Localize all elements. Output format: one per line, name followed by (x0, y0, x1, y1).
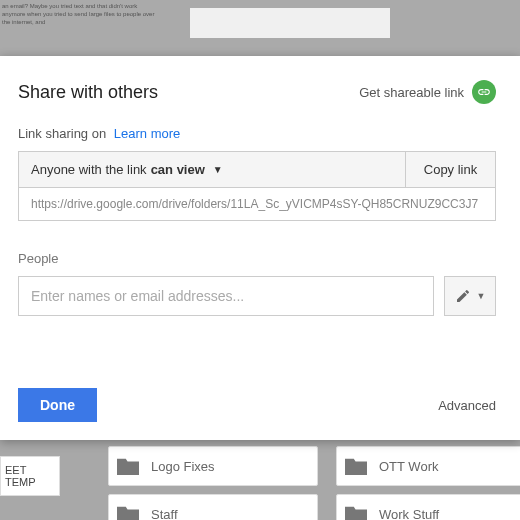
share-modal: Share with others Get shareable link Lin… (0, 56, 520, 440)
modal-header: Share with others Get shareable link (18, 80, 496, 104)
people-label: People (18, 251, 496, 266)
backdrop-bottom: Logo Fixes OTT Work Staff Work Stuff EET… (0, 440, 520, 520)
folder-label: Staff (151, 507, 178, 521)
permission-row: Anyone with the link can view ▼ Copy lin… (18, 151, 496, 188)
folder-icon (117, 457, 139, 475)
modal-title: Share with others (18, 82, 158, 103)
permission-edit-button[interactable]: ▼ (444, 276, 496, 316)
permission-mode: can view (151, 162, 205, 177)
chevron-down-icon: ▼ (477, 291, 486, 301)
permission-dropdown[interactable]: Anyone with the link can view ▼ (19, 152, 405, 187)
people-row: ▼ (18, 276, 496, 316)
backdrop-text-snippet: an email? Maybe you tried text and that … (0, 0, 160, 28)
learn-more-link[interactable]: Learn more (114, 126, 180, 141)
link-icon (472, 80, 496, 104)
folder-tile: OTT Work (336, 446, 520, 486)
modal-footer: Done Advanced (18, 388, 496, 422)
folder-icon (117, 505, 139, 520)
folder-label: Work Stuff (379, 507, 439, 521)
folder-icon (345, 505, 367, 520)
folder-label: OTT Work (379, 459, 438, 474)
backdrop-side-label: EET TEMP (0, 456, 60, 496)
share-url-field[interactable]: https://drive.google.com/drive/folders/1… (18, 188, 496, 221)
get-shareable-link-button[interactable]: Get shareable link (359, 80, 496, 104)
folder-label: Logo Fixes (151, 459, 215, 474)
people-input[interactable] (18, 276, 434, 316)
folder-tile: Staff (108, 494, 318, 520)
advanced-link[interactable]: Advanced (438, 398, 496, 413)
permission-prefix: Anyone with the link (31, 162, 147, 177)
chevron-down-icon: ▼ (213, 164, 223, 175)
done-button[interactable]: Done (18, 388, 97, 422)
backdrop-chart-thumbnail (190, 8, 390, 38)
backdrop-top: an email? Maybe you tried text and that … (0, 0, 520, 56)
link-sharing-status: Link sharing on Learn more (18, 126, 496, 141)
folder-tile: Logo Fixes (108, 446, 318, 486)
folder-tile: Work Stuff (336, 494, 520, 520)
copy-link-button[interactable]: Copy link (405, 152, 495, 187)
pencil-icon (455, 288, 471, 304)
folder-icon (345, 457, 367, 475)
get-shareable-link-label: Get shareable link (359, 85, 464, 100)
